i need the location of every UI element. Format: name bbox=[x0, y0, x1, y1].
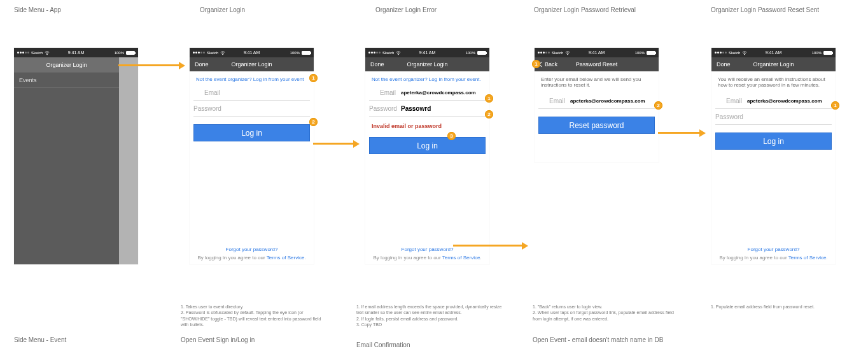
terms-text: By logging in you agree to our Terms of … bbox=[719, 255, 827, 261]
wifi-icon bbox=[565, 50, 570, 55]
not-organizer-link[interactable]: Not the event organizer? Log in from you… bbox=[190, 71, 314, 85]
statusbar: Sketch 9:41 AM 100% bbox=[535, 48, 659, 57]
email-label: Email bbox=[369, 89, 401, 96]
carrier-label: Sketch bbox=[382, 51, 394, 55]
done-button[interactable]: Done bbox=[370, 61, 396, 68]
statusbar: Sketch 9:41 AM 100% bbox=[190, 48, 314, 57]
content-peek[interactable] bbox=[119, 57, 138, 264]
login-button[interactable]: Log in bbox=[715, 133, 832, 150]
carrier-label: Sketch bbox=[729, 51, 740, 55]
annotation-badge: 1 bbox=[532, 60, 540, 68]
sent-intro-text: You will receive an email with instructi… bbox=[711, 71, 836, 93]
time-label: 9:41 AM bbox=[57, 50, 96, 55]
title-email-confirmation: Email Confirmation bbox=[356, 341, 410, 348]
title-password-reset-sent: Organizer Login Password Reset Sent bbox=[711, 6, 819, 13]
battery-icon bbox=[647, 51, 655, 55]
terms-of-service-link[interactable]: Terms of Service bbox=[442, 255, 480, 261]
battery-icon bbox=[477, 51, 486, 55]
statusbar: Sketch 9:41 AM 100% bbox=[711, 48, 836, 57]
login-button[interactable]: Log in bbox=[193, 124, 310, 141]
signal-dots-icon bbox=[17, 52, 29, 54]
signal-dots-icon bbox=[538, 52, 550, 54]
battery-icon bbox=[823, 51, 832, 55]
notes-login: 1. Takes user to event directory. 2. Pas… bbox=[181, 304, 327, 328]
password-field[interactable]: Password bbox=[193, 101, 310, 117]
statusbar: Sketch 9:41 AM 100% bbox=[14, 48, 138, 57]
title-open-event-no-match: Open Event - email doesn't match name in… bbox=[533, 336, 663, 343]
password-label: Password bbox=[193, 105, 225, 112]
notes-error: 1. If email address length exceeds the s… bbox=[356, 304, 503, 328]
back-label: Back bbox=[545, 61, 557, 68]
note-line: 2. When user taps on forgot password lin… bbox=[533, 310, 679, 322]
email-label: Email bbox=[193, 89, 225, 96]
email-field[interactable]: Email apeterka@crowdcompass.com bbox=[538, 93, 655, 109]
time-label: 9:41 AM bbox=[754, 50, 794, 55]
note-line: 1. Populate email address field from pas… bbox=[711, 304, 857, 310]
battery-icon bbox=[126, 51, 135, 55]
battery-pct: 100% bbox=[635, 51, 645, 55]
annotation-badge: 1 bbox=[309, 74, 318, 82]
reset-password-button[interactable]: Reset password bbox=[538, 117, 655, 134]
email-label: Email bbox=[715, 97, 747, 104]
terms-text: By logging in you agree to our Terms of … bbox=[197, 255, 305, 261]
flow-arrow bbox=[118, 64, 183, 66]
email-field[interactable]: Email apeterka@crowdcompass.com bbox=[715, 93, 832, 109]
nav-title: Organizer Login bbox=[220, 61, 283, 68]
email-label: Email bbox=[538, 97, 570, 104]
password-value: Passowrd bbox=[401, 105, 486, 112]
sidebar-item-events[interactable]: Events bbox=[14, 73, 119, 88]
annotation-badge: 2 bbox=[309, 118, 318, 126]
not-organizer-link[interactable]: Not the event organizer? Log in from you… bbox=[365, 71, 489, 85]
back-button[interactable]: Back bbox=[540, 61, 565, 68]
time-label: 9:41 AM bbox=[408, 50, 447, 55]
flow-arrow bbox=[658, 132, 704, 134]
signal-dots-icon bbox=[193, 52, 205, 54]
forgot-password-link[interactable]: Forgot your password? bbox=[711, 247, 836, 252]
screen-password-retrieval: Sketch 9:41 AM 100% Back Password Reset … bbox=[535, 48, 659, 162]
navbar: Done Organizer Login bbox=[711, 57, 836, 71]
screen-side-menu-app: Sketch 9:41 AM 100% Organizer Login Even… bbox=[14, 48, 138, 264]
signal-dots-icon bbox=[368, 52, 381, 54]
email-field[interactable]: Email apeterka@crowdcompass.com bbox=[369, 85, 486, 101]
wifi-icon bbox=[742, 50, 747, 55]
password-field[interactable]: Password Passowrd bbox=[369, 101, 486, 117]
reset-intro-text: Enter your email below and we will send … bbox=[535, 71, 659, 93]
note-line: 3. Copy TBD bbox=[356, 322, 503, 327]
wifi-icon bbox=[396, 50, 401, 55]
wifi-icon bbox=[220, 50, 225, 55]
note-line: 1. Takes user to event directory. bbox=[181, 304, 327, 310]
email-value: apeterka@crowdcompass.com bbox=[747, 98, 832, 104]
title-password-retrieval: Organizer Login Password Retrieval bbox=[534, 6, 636, 13]
password-field[interactable]: Password bbox=[715, 109, 832, 125]
battery-pct: 100% bbox=[290, 51, 300, 55]
done-button[interactable]: Done bbox=[717, 61, 742, 68]
title-side-menu-app: Side Menu - App bbox=[14, 6, 61, 13]
terms-of-service-link[interactable]: Terms of Service bbox=[267, 255, 305, 261]
statusbar: Sketch 9:41 AM 100% bbox=[365, 48, 489, 57]
title-organizer-login: Organizer Login bbox=[200, 6, 245, 13]
carrier-label: Sketch bbox=[31, 51, 43, 55]
annotation-badge: 1 bbox=[831, 101, 839, 110]
battery-pct: 100% bbox=[115, 51, 124, 55]
navbar: Back Password Reset bbox=[535, 57, 659, 71]
terms-of-service-link[interactable]: Terms of Service bbox=[788, 255, 827, 261]
forgot-password-link[interactable]: Forgot your password? bbox=[190, 247, 314, 252]
sidebar-item-organizer-login[interactable]: Organizer Login bbox=[14, 57, 119, 73]
note-line: 1. If email address length exceeds the s… bbox=[356, 304, 503, 316]
login-button[interactable]: Log in bbox=[369, 137, 486, 154]
done-button[interactable]: Done bbox=[195, 61, 220, 68]
password-label: Password bbox=[715, 113, 747, 120]
notes-retrieval: 1. "Back" returns user to login view. 2.… bbox=[533, 304, 679, 322]
sidebar-item-label: Organizer Login bbox=[46, 62, 87, 68]
email-field[interactable]: Email bbox=[193, 85, 310, 101]
carrier-label: Sketch bbox=[207, 51, 218, 55]
screen-organizer-login: Sketch 9:41 AM 100% Done Organizer Login… bbox=[190, 48, 314, 264]
annotation-badge: 3 bbox=[447, 132, 456, 140]
signal-dots-icon bbox=[715, 52, 727, 54]
forgot-password-link[interactable]: Forgot your password? bbox=[365, 247, 489, 252]
title-side-menu-event: Side Menu - Event bbox=[14, 336, 66, 343]
annotation-badge: 2 bbox=[485, 110, 493, 118]
password-label: Password bbox=[369, 105, 401, 112]
note-line: 2. If login fails, persist email address… bbox=[356, 316, 503, 322]
annotation-badge: 1 bbox=[485, 94, 493, 103]
